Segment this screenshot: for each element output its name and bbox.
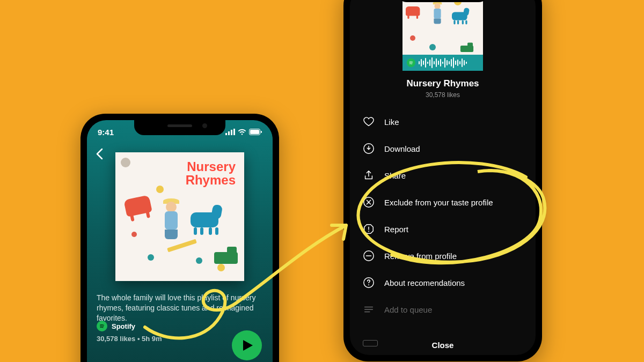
menu-item-report[interactable]: Report: [350, 216, 536, 242]
decor-dot: [196, 257, 202, 264]
signal-icon: [225, 129, 235, 135]
heart-icon: [363, 116, 375, 128]
spotify-logo-icon: [97, 321, 107, 331]
playlist-owner[interactable]: Spotify: [97, 321, 135, 331]
menu-item-share[interactable]: Share: [350, 162, 536, 189]
menu-item-add-queue[interactable]: Add to queue: [350, 296, 536, 323]
decor-dot: [148, 254, 154, 261]
status-time: 9:41: [98, 128, 114, 137]
wifi-icon: [238, 129, 246, 135]
phone-right-screen: Nursery Rhymes 30,578 likes Like Downloa…: [350, 0, 536, 355]
svg-point-9: [368, 231, 369, 232]
phone-notch: [134, 120, 225, 135]
menu-label: Share: [384, 171, 406, 180]
menu-label: Like: [384, 117, 399, 127]
toy-pencil: [167, 239, 197, 253]
decor-dot: [217, 264, 225, 271]
spotify-code-bars: [419, 57, 467, 68]
owner-name: Spotify: [112, 322, 135, 330]
toy-boy: [160, 202, 182, 239]
status-icons: [225, 129, 262, 135]
svg-rect-5: [250, 130, 259, 134]
menu-label: About recomendations: [384, 278, 465, 287]
decor-dot: [156, 186, 164, 193]
menu-item-download[interactable]: Download: [350, 135, 536, 162]
toy-truck: [214, 252, 238, 264]
battery-icon: [249, 129, 262, 135]
menu-item-like[interactable]: Like: [350, 108, 536, 135]
toy-horse: [191, 208, 224, 232]
menu-label: Exclude from your taste profile: [384, 198, 493, 207]
context-cover: [402, 0, 483, 71]
context-likes: 30,578 likes: [350, 91, 536, 99]
close-button[interactable]: Close: [350, 341, 536, 350]
svg-rect-6: [261, 131, 262, 133]
question-icon: [363, 277, 375, 289]
svg-rect-3: [233, 129, 235, 135]
svg-rect-1: [228, 131, 230, 135]
playlist-meta: 30,578 likes • 5h 9m: [97, 335, 162, 343]
play-button[interactable]: [232, 330, 262, 360]
phone-right: Nursery Rhymes 30,578 likes Like Downloa…: [343, 0, 542, 361]
toy-cow: [123, 195, 152, 217]
phone-notch: [397, 0, 488, 2]
svg-point-12: [368, 284, 369, 285]
svg-rect-2: [231, 130, 232, 135]
promo-stage: 9:41 Nursery Rhymes: [0, 0, 644, 362]
spotify-badge-icon: [121, 158, 130, 167]
svg-rect-0: [225, 133, 227, 135]
chevron-left-icon: [96, 148, 103, 160]
report-icon: [363, 223, 375, 235]
menu-label: Remove from profile: [384, 252, 457, 261]
phone-left: 9:41 Nursery Rhymes: [80, 114, 279, 362]
menu-label: Add to queue: [384, 305, 432, 314]
phone-left-screen: 9:41 Nursery Rhymes: [87, 120, 273, 362]
exclude-icon: [363, 196, 375, 208]
menu-item-about[interactable]: About recomendations: [350, 269, 536, 296]
menu-item-remove[interactable]: Remove from profile: [350, 242, 536, 269]
queue-icon: [363, 304, 375, 315]
decor-dot: [131, 232, 137, 237]
spotify-logo-icon: [407, 58, 415, 67]
playlist-cover: Nursery Rhymes: [115, 152, 244, 281]
context-menu: Like Download Share Exclude from your ta…: [350, 108, 536, 323]
back-button[interactable]: [96, 148, 103, 162]
play-icon: [242, 339, 254, 352]
menu-label: Download: [384, 144, 420, 153]
cover-title: Nursery Rhymes: [186, 160, 236, 187]
menu-item-exclude[interactable]: Exclude from your taste profile: [350, 189, 536, 216]
context-title: Nursery Rhymes: [350, 78, 536, 89]
remove-icon: [363, 250, 375, 262]
share-icon: [363, 169, 375, 181]
spotify-code: [402, 55, 483, 71]
menu-label: Report: [384, 225, 408, 234]
playlist-description: The whole family will love this playlist…: [97, 293, 263, 323]
download-icon: [363, 143, 375, 154]
